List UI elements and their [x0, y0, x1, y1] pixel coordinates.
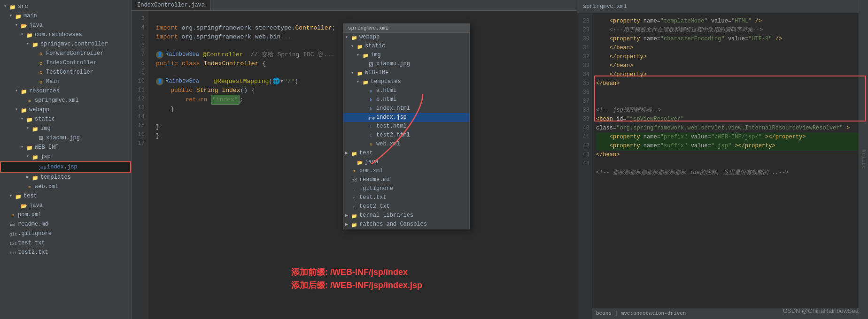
src-label: src	[18, 2, 28, 11]
txt-icon-test2: txt	[9, 249, 16, 256]
expand-arrow-webinf: ▾	[21, 143, 25, 152]
right-panel-header: springmvc.xml	[577, 0, 868, 13]
sidebar-item-test-controller[interactable]: C TestController	[0, 68, 131, 77]
txt-icon-test: txt	[9, 240, 16, 246]
popup-item-templates[interactable]: ▾ 📁 templates	[343, 77, 469, 86]
folder-icon-webapp: 📁	[21, 106, 27, 113]
popup-item-pom[interactable]: ≋ pom.xml	[343, 167, 469, 175]
folder-icon-webinf: 📁	[26, 144, 33, 151]
popup-item-test2-txt[interactable]: t test2.txt	[343, 202, 469, 211]
tt2-label: test2.txt	[18, 248, 48, 257]
popup-item-gitignore[interactable]: . .gitignore	[343, 184, 469, 193]
readme-label: readme.md	[18, 220, 48, 228]
popup-item-test-folder[interactable]: ▶ 📁 test	[343, 149, 469, 158]
webinf-label: WEB-INF	[35, 143, 58, 152]
right-code-content: <property name="templateMode" value="HTM…	[592, 13, 868, 319]
sidebar-item-main[interactable]: ▾ 📁 main	[0, 11, 131, 21]
java-file-icon-tc: C	[38, 69, 44, 76]
expand-arrow-com: ▾	[21, 30, 25, 39]
sidebar-item-com-rainbowsea[interactable]: ▾ 📁 com.rainbowsea	[0, 30, 131, 39]
sidebar-item-index-jsp[interactable]: jsp index.jsp	[0, 161, 131, 173]
expand-arrow-main: ▾	[9, 12, 14, 20]
sidebar-item-springmvc-xml[interactable]: ≋ springmvc.xml	[0, 96, 131, 105]
right-line-36	[596, 88, 864, 97]
right-line-44: <!-- 那那那那那那那那那那那那那 ide的注释, 这里是沿有顿断的...--…	[596, 168, 864, 177]
sidebar-item-img[interactable]: ▾ 📁 img	[0, 124, 131, 133]
popup-item-webapp[interactable]: ▾ 📁 webapp	[343, 33, 469, 42]
popup-item-ternal[interactable]: ▶ 📁 ternal Libraries	[343, 211, 469, 220]
sidebar-item-static[interactable]: ▾ 📁 static	[0, 114, 131, 124]
java-file-icon-mc: C	[38, 78, 44, 85]
sidebar-item-web-xml[interactable]: ≋ web.xml	[0, 182, 131, 191]
tab-index-controller[interactable]: IndexController.java	[132, 0, 211, 10]
main-label: main	[23, 12, 37, 20]
right-line-28: <property name="templateMode" value="HTM…	[596, 17, 864, 26]
sidebar-item-web-inf[interactable]: ▾ 📁 WEB-INF	[0, 143, 131, 152]
popup-tab-label[interactable]: springmvc.xml	[343, 24, 469, 33]
popup-item-a-html[interactable]: a a.html	[343, 86, 469, 95]
popup-item-static[interactable]: ▾ 📁 static	[343, 42, 469, 51]
expand-arrow-java: ▾	[15, 21, 20, 30]
sidebar-item-java[interactable]: ▾ 📂 java	[0, 21, 131, 30]
right-line-34: </property>	[596, 70, 864, 79]
sidebar-item-webapp[interactable]: ▾ 📁 webapp	[0, 105, 131, 114]
sidebar-item-springmvc-controller[interactable]: ▾ 📁 springmvc.controller	[0, 39, 131, 49]
right-content-area: 28 29 30 31 32 33 34 35 36 37 38 39 40 4…	[577, 13, 868, 319]
folder-icon-tmpl: 📁	[32, 174, 39, 181]
test-label: test	[23, 192, 37, 200]
webapp-label: webapp	[29, 106, 49, 114]
com-label: com.rainbowsea	[35, 30, 82, 39]
popup-item-b-html[interactable]: b b.html	[343, 95, 469, 104]
right-line-41: <property name="suffix" value=".jsp" ></…	[596, 142, 864, 151]
sidebar-item-readme[interactable]: md readme.md	[0, 220, 131, 229]
popup-item-test-html[interactable]: t test.html	[343, 122, 469, 131]
git-icon-gitignore: git	[9, 230, 16, 237]
user-avatar-2: 👤	[156, 78, 163, 85]
img-file-icon: 🖼	[38, 135, 44, 141]
popup-item-webinf[interactable]: ▾ 📁 WEB-INF	[343, 68, 469, 77]
watermark: CSDN @ChinaRainbowSea	[783, 307, 859, 314]
popup-item-img[interactable]: ▾ 📁 img	[343, 51, 469, 60]
popup-item-readme[interactable]: md readme.md	[343, 175, 469, 184]
sidebar-item-main-class[interactable]: C Main	[0, 77, 131, 86]
sidebar-item-test-txt[interactable]: txt test.txt	[0, 238, 131, 248]
sidebar-item-index-controller[interactable]: C IndexController	[0, 58, 131, 68]
prefix-annotation: 添加前缀: /WEB-INF/jsp/index	[291, 266, 422, 278]
sidebar-item-test-java[interactable]: 📂 java	[0, 201, 131, 210]
sidebar-item-forward-controller[interactable]: C ForwardController	[0, 49, 131, 58]
sidebar-item-pom-xml[interactable]: ≋ pom.xml	[0, 210, 131, 220]
right-line-37	[596, 97, 864, 106]
sidebar-item-resources[interactable]: ▾ 📁 resources	[0, 86, 131, 96]
sidebar-item-jsp[interactable]: ▾ 📁 jsp	[0, 152, 131, 161]
sidebar-item-templates[interactable]: ▶ 📁 templates	[0, 173, 131, 182]
popup-item-test-java[interactable]: 📂 java	[343, 158, 469, 167]
sidebar-item-src[interactable]: ▾ 📁 src	[0, 2, 131, 11]
popup-item-xiaomu[interactable]: 🖼 xiaomu.jpg	[343, 60, 469, 68]
popup-item-web-xml[interactable]: ≋ web.xml	[343, 140, 469, 149]
sidebar-item-test2-txt[interactable]: txt test2.txt	[0, 248, 131, 257]
sidebar-item-gitignore[interactable]: git .gitignore	[0, 229, 131, 238]
tj-label: java	[29, 201, 43, 210]
right-panel-tab[interactable]: springmvc.xml	[577, 1, 633, 12]
bottom-status-text: beans | mvc:annotation-driven	[596, 311, 686, 316]
popup-item-index-jsp[interactable]: jsp index.jsp	[343, 113, 469, 122]
expand-arrow-jsp: ▾	[26, 152, 31, 161]
tc-label: TestController	[46, 68, 93, 76]
popup-item-index-html[interactable]: h index.html	[343, 104, 469, 113]
right-line-35: </bean>	[596, 79, 864, 88]
right-line-40: <property name="prefix" value="/WEB-INF/…	[596, 133, 864, 142]
xm-label: xiaomu.jpg	[46, 134, 80, 142]
popup-item-test2-html[interactable]: t test2.html	[343, 131, 469, 140]
folder-icon-test: 📁	[15, 193, 22, 199]
sidebar-item-xiaomu[interactable]: 🖼 xiaomu.jpg	[0, 133, 131, 143]
popup-item-test-txt[interactable]: t test.txt	[343, 193, 469, 202]
sidebar-item-test[interactable]: ▾ 📁 test	[0, 191, 131, 201]
editor-tabs: IndexController.java	[132, 0, 577, 11]
popup-item-ratches[interactable]: ▶ 📁 ratches and Consoles	[343, 220, 469, 229]
expand-arrow-webapp: ▾	[15, 106, 20, 114]
java-file-icon-ic: C	[38, 60, 44, 66]
file-tree[interactable]: ▾ 📁 src ▾ 📁 main ▾ 📂 java ▾ 📁 com.rainbo…	[0, 0, 132, 319]
folder-icon-img: 📁	[32, 125, 39, 132]
tmpl-label: templates	[40, 173, 71, 182]
right-side-vertical-label: Notice	[859, 0, 868, 319]
